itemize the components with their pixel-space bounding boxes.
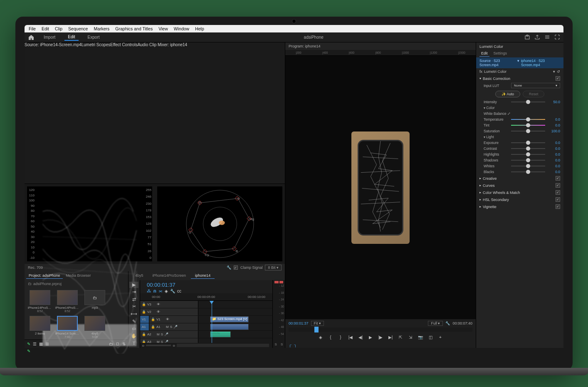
color-temperature-slider[interactable]: Temperature0.0 [476,117,563,122]
light-whites-slider[interactable]: Whites0.0 [476,163,563,169]
menu-view[interactable]: View [157,26,170,32]
wrench-icon[interactable]: 🔧 [227,265,231,270]
marker-icon[interactable]: ◈ [165,289,168,293]
timeline-ruler[interactable]: 00:0000:00:05:0000:00:10:00 [140,293,272,301]
menu-markers[interactable]: Markers [92,26,111,32]
section-vignette[interactable]: Vignette [476,203,563,210]
step-back-icon[interactable]: ◀| [357,334,364,340]
tab-lumetri-scopes[interactable]: Lumetri Scopes [82,42,110,184]
program-tc-right[interactable]: 00:00:07:40 [452,321,472,325]
lumetri-tab-settings[interactable]: Settings [492,50,509,57]
program-monitor[interactable] [285,56,476,319]
tab-effect-controls[interactable]: Effect Controls [110,42,137,184]
light-contrast-slider[interactable]: Contrast0.0 [476,146,563,151]
settings-icon[interactable]: 🔧 [170,289,175,293]
quick-export-icon[interactable] [524,34,530,41]
zoom-out-icon[interactable]: ○ [142,343,144,348]
menu-graphics-and-titles[interactable]: Graphics and Titles [114,26,154,32]
project-title: adsiPhone [103,35,524,40]
go-to-out-icon[interactable]: ▶| [387,334,394,340]
program-tc-left[interactable]: 00:00:01:37 [289,321,309,325]
track-a2[interactable] [198,331,272,338]
video-clip[interactable]: 📁 S23 Screen.mp4 [V] [210,316,249,322]
audio-clip-2[interactable] [210,331,231,337]
intensity-slider[interactable]: Intensity 50.0 [476,99,563,105]
mode-edit[interactable]: Edit [64,34,78,41]
reset-button[interactable]: Reset [523,91,544,97]
button-editor-icon[interactable]: + [437,334,444,340]
program-scrubber[interactable] [289,327,472,332]
lumetri-fx-row[interactable]: fx Lumetri Color ▾ ↺ [476,68,563,75]
light-subsection[interactable]: Light [476,134,563,140]
home-icon[interactable] [28,34,35,41]
menu-sequence[interactable]: Sequence [67,26,89,32]
snap-icon[interactable]: ⁂ [147,289,151,293]
input-lut-select[interactable]: None ▾ [511,83,560,88]
extract-icon[interactable]: ⇲ [407,334,414,340]
basic-correction-toggle[interactable] [556,76,560,81]
export-frame-icon[interactable]: 📷 [417,334,424,340]
mode-export[interactable]: Export [84,34,103,40]
tab-audio-mixer[interactable]: Audio Clip Mixer: iphone14 [138,42,188,184]
cc-icon[interactable]: cc [177,289,181,293]
zoom-in-icon[interactable]: ○ [173,343,175,348]
lumetri-tab-edit[interactable]: Edit [479,50,489,57]
light-blacks-slider[interactable]: Blacks0.0 [476,169,563,175]
in-marker-icon[interactable]: ┌ [289,342,292,347]
light-highlights-slider[interactable]: Highlights0.0 [476,151,563,157]
section-creative[interactable]: Creative [476,175,563,182]
menu-help[interactable]: Help [193,26,206,32]
color-subsection[interactable]: Color [476,105,563,111]
eyedropper-icon[interactable]: ⤢ [507,112,511,116]
clamp-signal-checkbox[interactable] [234,265,238,270]
mode-import[interactable]: Import [40,34,59,40]
light-exposure-slider[interactable]: Exposure0.0 [476,140,563,146]
timeline-header-icons: ⁂ ⋒ ⫘ ◈ 🔧 cc [143,289,185,293]
menu-file[interactable]: File [27,26,37,32]
step-fwd-icon[interactable]: |▶ [377,334,384,340]
mark-out-icon[interactable]: } [337,334,344,340]
track-v1[interactable]: 📁 S23 Screen.mp4 [V] [198,316,272,323]
compare-icon[interactable]: ◫ [427,334,434,340]
go-to-in-icon[interactable]: |◀ [347,334,354,340]
reset-fx-icon[interactable]: ↺ [557,69,560,74]
add-marker-icon[interactable]: ◈ [317,334,324,340]
timeline-scrollbar[interactable] [177,344,269,347]
menu-edit[interactable]: Edit [40,26,51,32]
timeline-timecode[interactable]: 00:00:01:37 [143,281,185,289]
wrench-icon[interactable]: 🔧 [445,321,450,325]
source-a1[interactable]: A1 [140,323,149,330]
section-color-wheels-match[interactable]: Color Wheels & Match [476,189,563,196]
track-a1[interactable] [198,323,272,330]
workspace-icon[interactable] [544,34,550,41]
section-hsl-secondary[interactable]: HSL Secondary [476,196,563,203]
section-basic-correction[interactable]: Basic Correction [476,75,563,82]
color-saturation-slider[interactable]: Saturation100.0 [476,128,563,134]
menu-clip[interactable]: Clip [53,26,64,32]
menu-window[interactable]: Window [172,26,191,32]
quality-select[interactable]: Full ▾ [428,321,443,326]
share-icon[interactable] [534,34,540,41]
light-shadows-slider[interactable]: Shadows0.0 [476,157,563,163]
out-marker-icon[interactable]: ┐ [294,342,297,347]
section-curves[interactable]: Curves [476,182,563,189]
color-tint-slider[interactable]: Tint0.0 [476,122,563,128]
source-v1[interactable]: V1 [140,316,149,323]
playhead[interactable] [212,301,212,343]
timeline-tab-1[interactable]: iPhone14ProScreen [148,273,190,279]
magnet-icon[interactable]: ⋒ [153,289,156,293]
lift-icon[interactable]: ⇱ [397,334,404,340]
auto-button[interactable]: ✨ Auto [495,91,520,97]
timeline-tab-2[interactable]: iphone14 [191,273,215,279]
bit-depth-select[interactable]: 8 Bit ▾ [265,265,282,270]
audio-clip-1[interactable] [210,324,249,330]
tab-source[interactable]: Source: iPhone14-Screen.mp4 [25,42,82,184]
mark-in-icon[interactable]: { [327,334,334,340]
svg-marker-16 [190,198,249,252]
svg-text:G: G [188,231,191,234]
zoom-fit-select[interactable]: Fit ▾ [311,321,324,326]
play-icon[interactable]: ▶ [367,334,374,340]
link-icon[interactable]: ⫘ [158,289,163,293]
white-balance-row[interactable]: White Balance ⤢ [476,111,563,117]
fullscreen-icon[interactable] [554,34,560,41]
